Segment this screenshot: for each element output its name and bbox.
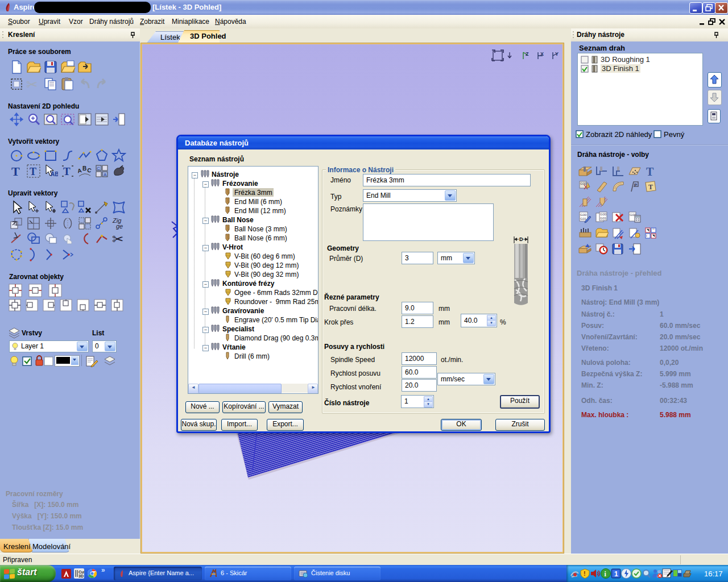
svg-text:P: P: [634, 182, 638, 188]
svg-text:B: B: [82, 165, 86, 172]
svg-text:X: X: [540, 51, 544, 57]
svg-text:Y: Y: [555, 51, 559, 57]
svg-text:D: D: [519, 236, 523, 242]
svg-text:G00: G00: [580, 213, 587, 217]
svg-text:T: T: [11, 164, 20, 178]
svg-text:G01: G01: [600, 217, 607, 220]
svg-text:T: T: [63, 165, 71, 177]
svg-text:ge: ge: [116, 223, 123, 230]
svg-text:!: !: [584, 570, 586, 577]
svg-text:T: T: [646, 165, 654, 178]
svg-text:Cut: Cut: [78, 570, 84, 574]
svg-text:A: A: [104, 172, 107, 177]
svg-text:T: T: [30, 166, 36, 177]
svg-text:AB: AB: [51, 171, 58, 177]
svg-text:1: 1: [614, 570, 618, 578]
svg-text:G00: G00: [600, 213, 607, 216]
svg-text:G00: G00: [580, 182, 587, 185]
svg-text:T: T: [648, 183, 653, 191]
svg-text:C: C: [86, 167, 92, 174]
svg-text:C: C: [97, 166, 100, 171]
svg-text:A: A: [77, 167, 82, 174]
svg-text:✂: ✂: [26, 77, 38, 92]
svg-text:3D: 3D: [78, 574, 84, 578]
svg-text:✂: ✂: [112, 231, 123, 246]
svg-text:Z: Z: [526, 51, 529, 57]
